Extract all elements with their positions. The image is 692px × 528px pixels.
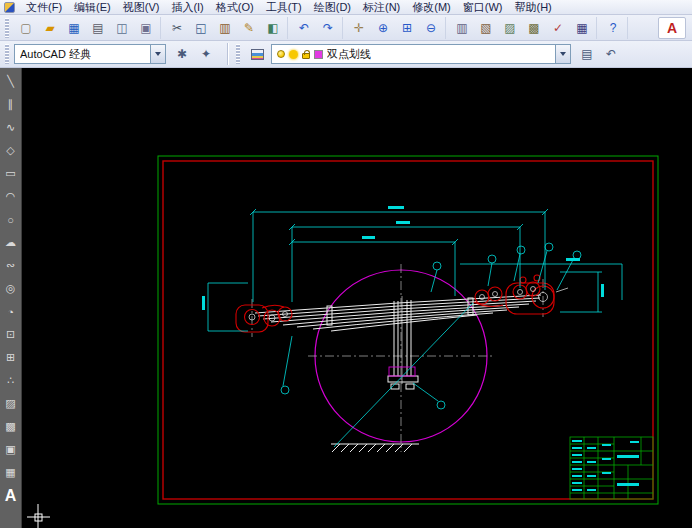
app-icon[interactable] xyxy=(4,2,15,13)
my-workspace-button[interactable]: ✦ xyxy=(194,43,218,65)
draw-tool-icon: ○ xyxy=(7,214,14,226)
menu-item[interactable]: 帮助(H) xyxy=(509,0,558,14)
paste-button[interactable]: ▥ xyxy=(213,17,237,39)
menu-items: 文件(F) 编辑(E) 视图(V) 插入(I) 格式(O) 工具(T) 绘图(D… xyxy=(20,0,558,14)
toolbar-button-icon: ? xyxy=(610,22,617,34)
layers-icon xyxy=(251,49,264,60)
toolbar-button-icon: ▦ xyxy=(576,22,587,34)
menu-item[interactable]: 编辑(E) xyxy=(68,0,117,14)
drawing-canvas[interactable] xyxy=(22,68,692,528)
table-tool[interactable]: ▦ xyxy=(1,461,21,484)
help-button[interactable]: ? xyxy=(601,17,625,39)
layer-combo[interactable]: 双点划线 xyxy=(271,44,571,64)
leaf-spring-drawing xyxy=(22,68,692,528)
layer-buttons-group: ▤↶ xyxy=(573,43,625,65)
match-properties-button[interactable]: ✎ xyxy=(237,17,261,39)
workspace-settings-button[interactable]: ✱ xyxy=(170,43,194,65)
workspace-combo[interactable]: AutoCAD 经典 xyxy=(14,44,166,64)
toolbar-grip[interactable] xyxy=(5,44,9,64)
draw-tool-icon: ▦ xyxy=(5,466,15,479)
toolbar-button-icon: ✎ xyxy=(244,22,254,34)
zoom-window-button[interactable]: ⊞ xyxy=(395,17,419,39)
spline-tool[interactable]: ∾ xyxy=(1,254,21,277)
menu-item[interactable]: 格式(O) xyxy=(210,0,260,14)
open-button[interactable]: ▰ xyxy=(38,17,62,39)
left-eye-shackle[interactable] xyxy=(236,305,292,332)
multiline-text-tool[interactable]: A xyxy=(1,484,21,507)
tool-palettes-button[interactable]: ▨ xyxy=(498,17,522,39)
publish-button[interactable]: ▣ xyxy=(134,17,158,39)
menu-item[interactable]: 窗口(W) xyxy=(457,0,509,14)
toolbar-grip[interactable] xyxy=(5,18,9,38)
undo-button[interactable]: ↶ xyxy=(292,17,316,39)
layer-color-swatch[interactable] xyxy=(314,50,323,59)
menu-item[interactable]: 标注(N) xyxy=(357,0,406,14)
toolbar-button-icon: ✓ xyxy=(553,22,563,34)
toolbar-grip[interactable] xyxy=(236,44,240,64)
revision-cloud-tool[interactable]: ☁ xyxy=(1,231,21,254)
cut-button[interactable]: ✂ xyxy=(165,17,189,39)
line-tool[interactable]: ╲ xyxy=(1,70,21,93)
layer-on-icon[interactable] xyxy=(277,50,285,58)
block-editor-button[interactable]: ◧ xyxy=(261,17,285,39)
chevron-down-icon[interactable] xyxy=(150,45,165,63)
menu-item[interactable]: 绘图(D) xyxy=(308,0,357,14)
toolbar-button-icon: ◫ xyxy=(116,22,127,34)
edit-group: ✂◱▥✎◧ xyxy=(163,17,288,39)
toolbar-button-icon: ▥ xyxy=(456,22,467,34)
quickcalc-button[interactable]: ▦ xyxy=(570,17,594,39)
polygon-tool[interactable]: ◇ xyxy=(1,139,21,162)
polyline-tool[interactable]: ∿ xyxy=(1,116,21,139)
layer-lock-icon[interactable] xyxy=(302,53,310,59)
copy-button[interactable]: ◱ xyxy=(189,17,213,39)
menu-item[interactable]: 文件(F) xyxy=(20,0,68,14)
redo-button[interactable]: ↷ xyxy=(316,17,340,39)
gradient-tool[interactable]: ▩ xyxy=(1,415,21,438)
layer-previous-button[interactable]: ↶ xyxy=(599,43,623,65)
autocad-window: 文件(F) 编辑(E) 视图(V) 插入(I) 格式(O) 工具(T) 绘图(D… xyxy=(0,0,692,528)
chevron-down-icon[interactable] xyxy=(555,45,570,63)
undo-group: ↶↷ xyxy=(290,17,343,39)
make-object-layer-current-button[interactable]: ▤ xyxy=(575,43,599,65)
new-button[interactable]: ▢ xyxy=(14,17,38,39)
sheet-set-manager-button[interactable]: ▩ xyxy=(522,17,546,39)
menu-item[interactable]: 视图(V) xyxy=(117,0,166,14)
standard-toolbar: ▢▰▦▤◫▣ ✂◱▥✎◧ ↶↷ ✛⊕⊞⊖ ▥▧▨▩✓▦ ? A xyxy=(0,15,692,41)
pan-button[interactable]: ✛ xyxy=(347,17,371,39)
make-block-tool[interactable]: ⊞ xyxy=(1,346,21,369)
insert-block-tool[interactable]: ⊡ xyxy=(1,323,21,346)
draw-tool-icon: ∥ xyxy=(8,98,14,111)
markup-set-manager-button[interactable]: ✓ xyxy=(546,17,570,39)
zoom-realtime-button[interactable]: ⊕ xyxy=(371,17,395,39)
point-tool[interactable]: ∴ xyxy=(1,369,21,392)
plot-button[interactable]: ▤ xyxy=(86,17,110,39)
menu-item[interactable]: 工具(T) xyxy=(260,0,308,14)
ellipse-tool[interactable]: ◎ xyxy=(1,277,21,300)
layer-freeze-icon[interactable] xyxy=(289,50,298,59)
construction-line-tool[interactable]: ∥ xyxy=(1,93,21,116)
draw-tool-icon: ∴ xyxy=(7,374,14,387)
toolbar-button-icon: ▤ xyxy=(92,22,103,34)
rectangle-tool[interactable]: ▭ xyxy=(1,162,21,185)
save-button[interactable]: ▦ xyxy=(62,17,86,39)
region-tool[interactable]: ▣ xyxy=(1,438,21,461)
menu-item[interactable]: 修改(M) xyxy=(406,0,457,14)
properties-button[interactable]: ▥ xyxy=(450,17,474,39)
toolbar-button-icon: ▥ xyxy=(219,22,230,34)
ellipse-arc-tool[interactable]: ◔ xyxy=(1,300,21,323)
toolbar-button-icon: ▦ xyxy=(68,22,79,34)
circle-tool[interactable]: ○ xyxy=(1,208,21,231)
zoom-previous-button[interactable]: ⊖ xyxy=(419,17,443,39)
plot-preview-button[interactable]: ◫ xyxy=(110,17,134,39)
workspace-buttons-group: ✱✦ xyxy=(168,43,220,65)
designcenter-button[interactable]: ▧ xyxy=(474,17,498,39)
arc-tool[interactable]: ◠ xyxy=(1,185,21,208)
balloon-callouts xyxy=(281,243,581,409)
autocad-brand-button[interactable]: A xyxy=(658,17,686,39)
toolbar-button-icon: ✦ xyxy=(201,48,211,60)
layer-properties-manager-button[interactable] xyxy=(245,43,269,65)
menu-item[interactable]: 插入(I) xyxy=(165,0,209,14)
hatch-tool[interactable]: ▨ xyxy=(1,392,21,415)
draw-tool-icon: ◔ xyxy=(7,306,14,318)
title-block[interactable] xyxy=(570,437,653,499)
